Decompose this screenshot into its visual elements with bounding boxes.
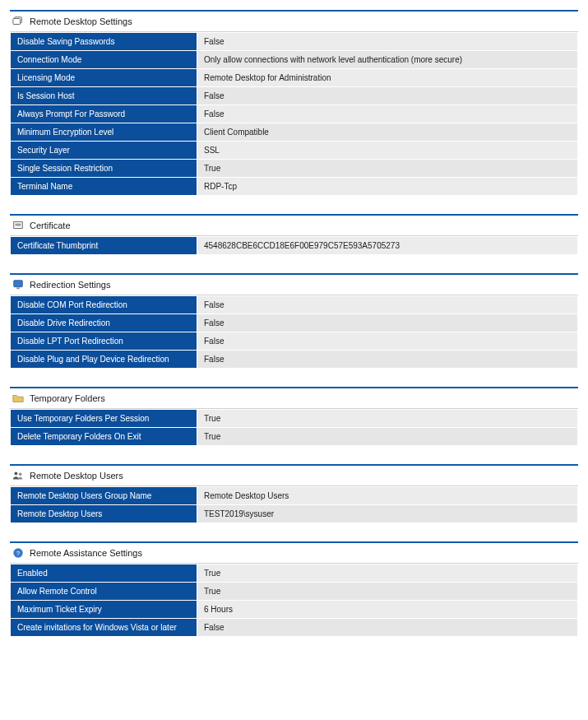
svg-point-7 bbox=[14, 471, 17, 475]
folder-icon bbox=[12, 392, 25, 405]
property-value: Client Compatible bbox=[197, 123, 578, 142]
property-value: True bbox=[197, 410, 578, 428]
help-icon: ? bbox=[12, 546, 25, 560]
property-value: Remote Desktop for Administration bbox=[197, 69, 578, 87]
section-header-remote-desktop-settings: Remote Desktop Settings bbox=[10, 10, 578, 32]
property-table: Use Temporary Folders Per SessionTrueDel… bbox=[10, 409, 578, 446]
section-title: Remote Assistance Settings bbox=[30, 548, 142, 558]
property-link-delete-temporary-folders-on-exit[interactable]: Delete Temporary Folders On Exit bbox=[17, 432, 141, 441]
property-link-always-prompt-for-password[interactable]: Always Prompt For Password bbox=[17, 109, 125, 118]
certificate-icon bbox=[12, 219, 25, 232]
property-value: TEST2019\sysuser bbox=[197, 505, 578, 523]
table-row: Create invitations for Windows Vista or … bbox=[11, 619, 578, 637]
property-link-disable-drive-redirection[interactable]: Disable Drive Redirection bbox=[17, 318, 110, 327]
property-table: Remote Desktop Users Group NameRemote De… bbox=[10, 486, 578, 523]
property-link-allow-remote-control[interactable]: Allow Remote Control bbox=[17, 587, 97, 596]
table-row: Maximum Ticket Expiry6 Hours bbox=[11, 601, 578, 619]
table-row: Disable COM Port RedirectionFalse bbox=[11, 296, 578, 314]
table-row: Certificate Thumbprint4548628CBE6CCD18E6… bbox=[11, 237, 578, 255]
property-value: False bbox=[197, 33, 578, 51]
table-row: Disable LPT Port RedirectionFalse bbox=[11, 332, 578, 351]
property-link-licensing-mode[interactable]: Licensing Mode bbox=[17, 73, 75, 82]
section-header-temporary-folders: Temporary Folders bbox=[10, 387, 578, 409]
table-row: EnabledTrue bbox=[11, 564, 578, 583]
property-value: False bbox=[197, 105, 578, 123]
section-redirection-settings: Redirection SettingsDisable COM Port Red… bbox=[10, 273, 578, 369]
property-link-terminal-name[interactable]: Terminal Name bbox=[17, 182, 72, 191]
property-link-disable-plug-and-play-device-redirection[interactable]: Disable Plug and Play Device Redirection bbox=[17, 355, 169, 364]
remote-desktop-icon bbox=[12, 15, 25, 28]
section-header-remote-desktop-users: Remote Desktop Users bbox=[10, 464, 578, 486]
section-header-remote-assistance-settings: ?Remote Assistance Settings bbox=[10, 541, 578, 564]
property-link-is-session-host[interactable]: Is Session Host bbox=[17, 91, 74, 100]
property-link-disable-com-port-redirection[interactable]: Disable COM Port Redirection bbox=[17, 300, 127, 309]
section-temporary-folders: Temporary FoldersUse Temporary Folders P… bbox=[10, 387, 578, 446]
table-row: Disable Plug and Play Device Redirection… bbox=[11, 351, 578, 369]
property-link-certificate-thumbprint[interactable]: Certificate Thumbprint bbox=[17, 241, 98, 250]
property-link-maximum-ticket-expiry[interactable]: Maximum Ticket Expiry bbox=[17, 605, 102, 614]
table-row: Disable Saving PasswordsFalse bbox=[11, 33, 578, 51]
svg-rect-6 bbox=[16, 288, 20, 290]
property-link-use-temporary-folders-per-session[interactable]: Use Temporary Folders Per Session bbox=[17, 414, 149, 423]
table-row: Licensing ModeRemote Desktop for Adminis… bbox=[11, 69, 578, 87]
table-row: Remote Desktop Users Group NameRemote De… bbox=[11, 487, 578, 505]
section-title: Remote Desktop Users bbox=[30, 471, 123, 481]
table-row: Security LayerSSL bbox=[11, 142, 578, 160]
property-value: Remote Desktop Users bbox=[197, 487, 578, 505]
property-value: RDP-Tcp bbox=[197, 178, 578, 196]
section-title: Remote Desktop Settings bbox=[30, 16, 132, 26]
property-value: True bbox=[197, 428, 578, 446]
settings-report: Remote Desktop SettingsDisable Saving Pa… bbox=[10, 10, 578, 637]
property-link-remote-desktop-users-group-name[interactable]: Remote Desktop Users Group Name bbox=[17, 491, 151, 500]
table-row: Single Session RestrictionTrue bbox=[11, 160, 578, 178]
property-link-minimum-encryption-level[interactable]: Minimum Encryption Level bbox=[17, 128, 113, 137]
property-value: 4548628CBE6CCD18E6F00E979C57E593A5705273 bbox=[197, 237, 578, 255]
table-row: Minimum Encryption LevelClient Compatibl… bbox=[11, 123, 578, 142]
property-value: False bbox=[197, 619, 578, 637]
svg-rect-5 bbox=[14, 281, 23, 287]
table-row: Allow Remote ControlTrue bbox=[11, 583, 578, 601]
property-table: Disable Saving PasswordsFalseConnection … bbox=[10, 32, 578, 196]
section-title: Temporary Folders bbox=[30, 393, 105, 403]
property-link-disable-lpt-port-redirection[interactable]: Disable LPT Port Redirection bbox=[17, 337, 123, 346]
svg-rect-1 bbox=[13, 19, 21, 25]
property-value: 6 Hours bbox=[197, 601, 578, 619]
property-value: SSL bbox=[197, 142, 578, 160]
table-row: Always Prompt For PasswordFalse bbox=[11, 105, 578, 123]
table-row: Delete Temporary Folders On ExitTrue bbox=[11, 428, 578, 446]
table-row: Use Temporary Folders Per SessionTrue bbox=[11, 410, 578, 428]
property-link-create-invitations-for-windows-vista-or-later[interactable]: Create invitations for Windows Vista or … bbox=[17, 623, 177, 632]
property-link-single-session-restriction[interactable]: Single Session Restriction bbox=[17, 164, 113, 173]
property-table: EnabledTrueAllow Remote ControlTrueMaxim… bbox=[10, 564, 578, 637]
table-row: Remote Desktop UsersTEST2019\sysuser bbox=[11, 505, 578, 523]
section-certificate: CertificateCertificate Thumbprint4548628… bbox=[10, 214, 578, 255]
section-remote-desktop-settings: Remote Desktop SettingsDisable Saving Pa… bbox=[10, 10, 578, 196]
section-header-redirection-settings: Redirection Settings bbox=[10, 273, 578, 295]
property-value: False bbox=[197, 87, 578, 105]
svg-text:?: ? bbox=[16, 550, 21, 557]
section-title: Certificate bbox=[30, 221, 71, 230]
property-link-security-layer[interactable]: Security Layer bbox=[17, 146, 70, 155]
section-title: Redirection Settings bbox=[30, 280, 110, 290]
property-table: Disable COM Port RedirectionFalseDisable… bbox=[10, 295, 578, 369]
property-value: False bbox=[197, 296, 578, 314]
section-header-certificate: Certificate bbox=[10, 214, 578, 236]
property-link-disable-saving-passwords[interactable]: Disable Saving Passwords bbox=[17, 37, 114, 46]
property-value: Only allow connections with network leve… bbox=[197, 51, 578, 69]
property-link-connection-mode[interactable]: Connection Mode bbox=[17, 55, 81, 64]
property-link-enabled[interactable]: Enabled bbox=[17, 569, 48, 578]
section-remote-desktop-users: Remote Desktop UsersRemote Desktop Users… bbox=[10, 464, 578, 523]
table-row: Terminal NameRDP-Tcp bbox=[11, 178, 578, 196]
property-value: False bbox=[197, 351, 578, 369]
users-icon bbox=[12, 469, 25, 482]
table-row: Is Session HostFalse bbox=[11, 87, 578, 105]
monitor-icon bbox=[12, 278, 25, 291]
property-value: True bbox=[197, 564, 578, 583]
property-value: False bbox=[197, 314, 578, 332]
property-value: True bbox=[197, 583, 578, 601]
property-link-remote-desktop-users[interactable]: Remote Desktop Users bbox=[17, 509, 102, 518]
section-remote-assistance-settings: ?Remote Assistance SettingsEnabledTrueAl… bbox=[10, 541, 578, 637]
table-row: Connection ModeOnly allow connections wi… bbox=[11, 51, 578, 69]
property-table: Certificate Thumbprint4548628CBE6CCD18E6… bbox=[10, 236, 578, 255]
property-value: True bbox=[197, 160, 578, 178]
